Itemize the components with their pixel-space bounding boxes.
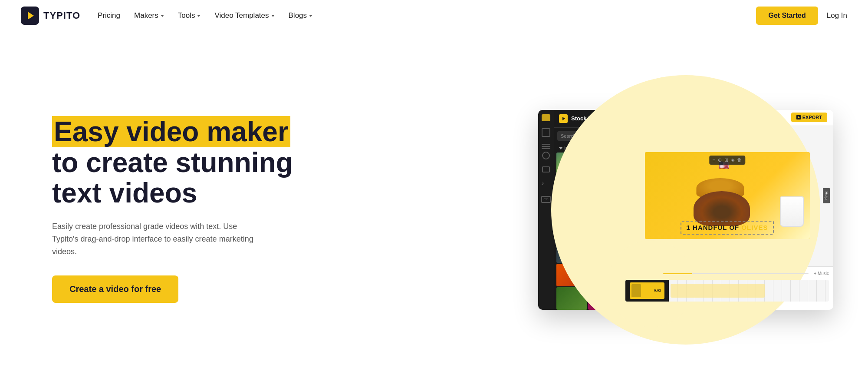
timeline-main-clip[interactable] <box>671 284 765 298</box>
canvas-text-highlight: OLIVES <box>741 224 768 231</box>
nav-right: Get Started Log In <box>756 7 847 25</box>
hero-title-line3: text videos <box>52 177 197 209</box>
chevron-down-icon <box>197 15 201 17</box>
rail-icon-music: ♪ <box>541 179 551 189</box>
rail-icon-5 <box>542 166 550 172</box>
logo-text: TYPITO <box>43 10 80 21</box>
chevron-down-icon <box>271 15 275 17</box>
video-canvas: 🇺🇸 ≡ ⊕ ⊞ ◈ 🗑 1 HANDFUL OF OLI <box>645 152 810 239</box>
timeline-clip[interactable]: 0:02 <box>630 282 664 299</box>
login-button[interactable]: Log In <box>827 11 847 20</box>
timeline-thumb-preview: 0:02 <box>625 280 669 302</box>
nav-blogs[interactable]: Blogs <box>289 11 313 20</box>
timeline-clips-area <box>669 280 829 302</box>
canvas-text-main: 1 HANDFUL OF OLIVES <box>687 224 768 231</box>
hero-title: Easy video maker to create stunning text… <box>52 116 293 208</box>
section-arrow-icon <box>559 147 562 149</box>
nav-left: TYPITO Pricing Makers Tools Video Templa… <box>21 7 312 25</box>
nav-makers[interactable]: Makers <box>134 11 164 20</box>
hero-title-highlighted: Easy video maker <box>52 116 290 147</box>
timeline-music[interactable]: + Music <box>814 271 829 276</box>
logo[interactable]: TYPITO <box>21 7 80 25</box>
rail-icon-cc: CC <box>541 196 551 203</box>
rail-icon-2 <box>542 128 550 137</box>
tool-delete-icon[interactable]: 🗑 <box>737 157 742 163</box>
navbar: TYPITO Pricing Makers Tools Video Templa… <box>0 0 868 31</box>
editor-main: ↺ ↻ ⛶ ⋯ Cheese Burger EXPORT <box>621 110 833 310</box>
canvas-area: 🇺🇸 ≡ ⊕ ⊞ ◈ 🗑 1 HANDFUL OF OLI <box>621 125 833 266</box>
nav-video-templates[interactable]: Video Templates <box>214 11 274 20</box>
hero-description: Easily create professional grade videos … <box>52 220 260 258</box>
panel-icon <box>559 114 568 123</box>
rail-icon-3 <box>542 144 550 145</box>
chevron-down-icon <box>309 15 312 17</box>
hero-title-line2: to create stunning <box>52 147 293 178</box>
logo-icon <box>21 7 39 25</box>
export-button[interactable]: EXPORT <box>791 113 827 122</box>
timeline-track: 0:02 <box>625 280 829 302</box>
nav-links: Pricing Makers Tools Video Templates Blo… <box>98 11 312 20</box>
hero-left: Easy video maker to create stunning text… <box>52 116 293 303</box>
tool-filter-icon[interactable]: ◈ <box>731 157 734 163</box>
help-tab[interactable]: Help <box>823 188 830 203</box>
hero-section: Easy video maker to create stunning text… <box>0 31 868 388</box>
tool-zoom-icon[interactable]: ⊕ <box>718 157 722 163</box>
rail-icon-1 <box>542 114 550 121</box>
chevron-down-icon <box>161 15 164 17</box>
nav-pricing[interactable]: Pricing <box>98 11 120 20</box>
cup-image <box>780 196 804 227</box>
get-started-button[interactable]: Get Started <box>756 7 818 25</box>
tool-crop-icon[interactable]: ⊞ <box>724 157 728 163</box>
timeline-progress-bar[interactable] <box>663 273 809 274</box>
hero-right: ♪ CC Stock Media Search <box>538 110 833 310</box>
canvas-text-overlay: 1 HANDFUL OF OLIVES <box>681 221 774 235</box>
cta-button[interactable]: Create a video for free <box>52 275 178 303</box>
rail-icon-4 <box>542 152 550 159</box>
canvas-toolbar: ≡ ⊕ ⊞ ◈ 🗑 <box>709 156 745 165</box>
nav-tools[interactable]: Tools <box>178 11 201 20</box>
tool-bullets-icon[interactable]: ≡ <box>713 157 715 163</box>
